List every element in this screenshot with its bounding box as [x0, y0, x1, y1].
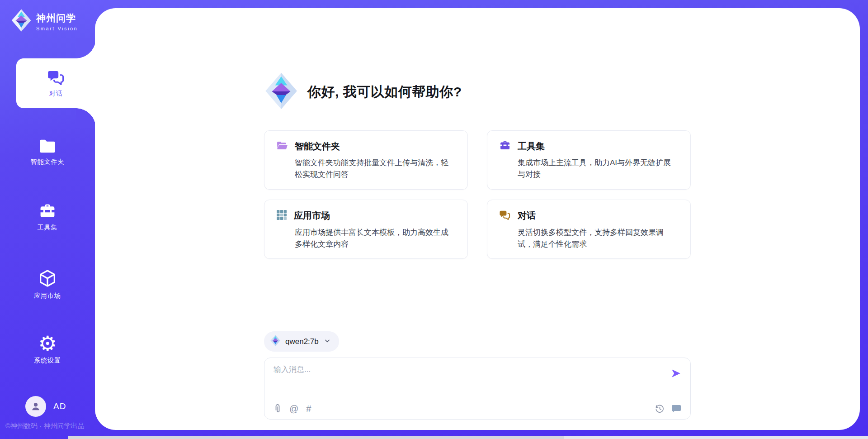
folder-open-icon: [276, 141, 288, 153]
greeting-header: 你好, 我可以如何帮助你?: [264, 72, 691, 111]
brand-name: 神州问学: [36, 12, 78, 24]
sidebar-item-smart-folder[interactable]: 智能文件夹: [0, 126, 95, 178]
user-profile[interactable]: AD: [25, 396, 66, 417]
send-icon[interactable]: [670, 368, 681, 379]
copyright-text: ©神州数码 · 神州问学出品: [5, 422, 84, 430]
model-diamond-icon: [270, 335, 280, 348]
chat-icon: [499, 210, 511, 222]
sidebar: 神州问学 Smart Vision 对话 智能文件夹: [0, 0, 95, 436]
sidebar-item-label: 应用市场: [34, 292, 61, 300]
chevron-down-icon: [324, 337, 331, 346]
card-description: 智能文件夹功能支持批量文件上传与清洗，轻松实现文件问答: [295, 157, 456, 181]
grid-icon: [276, 210, 287, 222]
chat-bubble-icon[interactable]: [671, 404, 681, 413]
avatar: [25, 396, 46, 417]
briefcase-icon: [38, 203, 57, 220]
feature-card-app-market[interactable]: 应用市场 应用市场提供丰富长文本模板，助力高效生成多样化文章内容: [264, 200, 468, 259]
history-icon[interactable]: [655, 404, 665, 414]
gear-icon: ⚙: [38, 334, 57, 353]
sidebar-item-label: 系统设置: [34, 357, 61, 365]
user-initials: AD: [53, 401, 66, 411]
greeting-diamond-icon: [265, 72, 297, 111]
horizontal-scrollbar[interactable]: [68, 436, 868, 439]
cube-icon: [38, 269, 57, 288]
chat-icon: [47, 69, 65, 86]
sidebar-item-chat[interactable]: 对话: [16, 58, 96, 108]
card-title: 应用市场: [294, 210, 330, 222]
card-description: 灵活切换多模型文件，支持多样回复效果调试，满足个性化需求: [518, 227, 679, 251]
main-panel: 你好, 我可以如何帮助你? 智能文件夹 智能文件夹功能支持批量文件上传与清洗，轻…: [95, 8, 860, 430]
message-composer: @ #: [264, 358, 691, 420]
hashtag-icon[interactable]: #: [306, 404, 311, 413]
feature-card-chat[interactable]: 对话 灵活切换多模型文件，支持多样回复效果调试，满足个性化需求: [487, 200, 691, 259]
brand-subtitle: Smart Vision: [36, 26, 78, 31]
sidebar-item-label: 对话: [49, 90, 63, 98]
scrollbar-thumb[interactable]: [68, 436, 564, 439]
model-name: qwen2:7b: [285, 337, 319, 346]
card-title: 智能文件夹: [295, 140, 340, 153]
sidebar-item-app-market[interactable]: 应用市场: [0, 258, 95, 310]
sidebar-item-toolset[interactable]: 工具集: [0, 191, 95, 243]
card-description: 集成市场上主流工具，助力AI与外界无缝扩展与对接: [518, 157, 679, 181]
feature-card-toolset[interactable]: 工具集 集成市场上主流工具，助力AI与外界无缝扩展与对接: [487, 130, 691, 190]
card-description: 应用市场提供丰富长文本模板，助力高效生成多样化文章内容: [295, 227, 456, 251]
sidebar-item-label: 智能文件夹: [31, 158, 65, 166]
feature-card-smart-folder[interactable]: 智能文件夹 智能文件夹功能支持批量文件上传与清洗，轻松实现文件问答: [264, 130, 468, 190]
page-title: 你好, 我可以如何帮助你?: [307, 83, 462, 101]
card-title: 对话: [518, 210, 536, 222]
mention-icon[interactable]: @: [289, 404, 298, 413]
attachment-icon[interactable]: [274, 404, 282, 414]
card-title: 工具集: [518, 140, 545, 153]
folder-icon: [38, 138, 57, 154]
sidebar-item-settings[interactable]: ⚙ 系统设置: [0, 324, 95, 375]
app-window: 神州问学 Smart Vision 对话 智能文件夹: [0, 0, 868, 436]
briefcase-icon: [499, 140, 511, 153]
brand-diamond-icon: [11, 9, 32, 33]
brand-logo: 神州问学 Smart Vision: [11, 9, 78, 33]
sidebar-item-label: 工具集: [38, 224, 58, 232]
feature-cards: 智能文件夹 智能文件夹功能支持批量文件上传与清洗，轻松实现文件问答: [264, 130, 691, 259]
model-selector[interactable]: qwen2:7b: [264, 331, 339, 352]
message-input[interactable]: [274, 364, 665, 391]
